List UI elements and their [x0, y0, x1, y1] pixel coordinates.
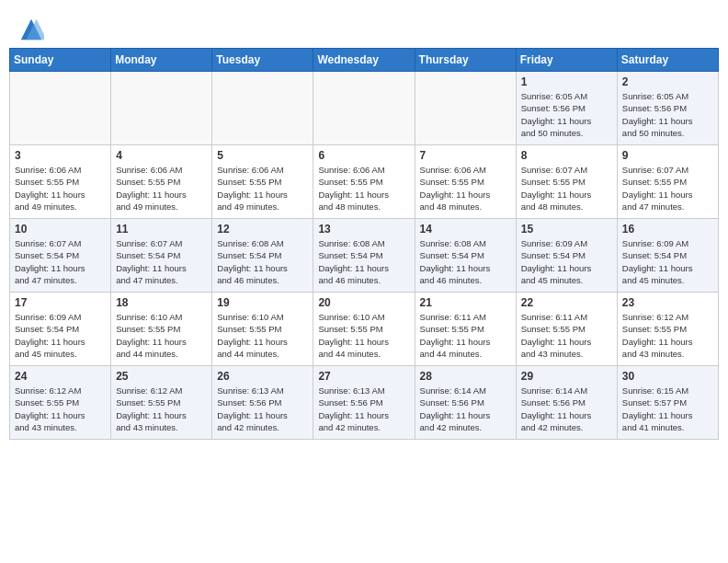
day-info: Sunrise: 6:10 AM Sunset: 5:55 PM Dayligh…	[116, 311, 207, 360]
day-cell: 17Sunrise: 6:09 AM Sunset: 5:54 PM Dayli…	[10, 293, 111, 366]
day-info: Sunrise: 6:06 AM Sunset: 5:55 PM Dayligh…	[15, 164, 106, 213]
day-info: Sunrise: 6:06 AM Sunset: 5:55 PM Dayligh…	[318, 164, 409, 213]
day-cell: 21Sunrise: 6:11 AM Sunset: 5:55 PM Dayli…	[415, 293, 516, 366]
header-cell-wednesday: Wednesday	[313, 49, 415, 72]
day-number: 7	[420, 149, 511, 162]
day-cell: 19Sunrise: 6:10 AM Sunset: 5:55 PM Dayli…	[212, 293, 313, 366]
day-info: Sunrise: 6:08 AM Sunset: 5:54 PM Dayligh…	[420, 237, 511, 286]
page-header	[9, 9, 719, 48]
day-info: Sunrise: 6:13 AM Sunset: 5:56 PM Dayligh…	[217, 385, 308, 433]
week-row-5: 24Sunrise: 6:12 AM Sunset: 5:55 PM Dayli…	[10, 366, 719, 440]
day-cell: 2Sunrise: 6:05 AM Sunset: 5:56 PM Daylig…	[617, 72, 718, 145]
calendar-table: SundayMondayTuesdayWednesdayThursdayFrid…	[9, 48, 719, 440]
day-number: 17	[15, 296, 106, 309]
day-cell: 24Sunrise: 6:12 AM Sunset: 5:55 PM Dayli…	[10, 366, 111, 440]
day-number: 27	[318, 370, 409, 383]
day-info: Sunrise: 6:06 AM Sunset: 5:55 PM Dayligh…	[116, 164, 207, 213]
day-cell: 1Sunrise: 6:05 AM Sunset: 5:56 PM Daylig…	[516, 72, 617, 145]
day-info: Sunrise: 6:14 AM Sunset: 5:56 PM Dayligh…	[420, 385, 511, 433]
day-info: Sunrise: 6:09 AM Sunset: 5:54 PM Dayligh…	[15, 311, 106, 360]
day-number: 30	[622, 370, 713, 383]
logo-icon	[18, 17, 44, 42]
day-number: 5	[217, 149, 308, 162]
day-cell: 8Sunrise: 6:07 AM Sunset: 5:55 PM Daylig…	[516, 145, 617, 219]
calendar-body: 1Sunrise: 6:05 AM Sunset: 5:56 PM Daylig…	[10, 72, 719, 440]
day-cell	[313, 72, 415, 145]
day-cell: 30Sunrise: 6:15 AM Sunset: 5:57 PM Dayli…	[617, 366, 718, 440]
day-number: 3	[15, 149, 106, 162]
header-cell-tuesday: Tuesday	[212, 49, 313, 72]
day-number: 24	[15, 370, 106, 383]
day-number: 19	[217, 296, 308, 309]
logo	[18, 17, 46, 42]
day-cell: 14Sunrise: 6:08 AM Sunset: 5:54 PM Dayli…	[415, 219, 516, 293]
day-info: Sunrise: 6:14 AM Sunset: 5:56 PM Dayligh…	[521, 385, 612, 433]
header-cell-friday: Friday	[516, 49, 617, 72]
day-number: 23	[622, 296, 713, 309]
day-cell: 27Sunrise: 6:13 AM Sunset: 5:56 PM Dayli…	[313, 366, 415, 440]
day-info: Sunrise: 6:12 AM Sunset: 5:55 PM Dayligh…	[116, 385, 207, 433]
day-info: Sunrise: 6:08 AM Sunset: 5:54 PM Dayligh…	[318, 237, 409, 286]
day-cell: 28Sunrise: 6:14 AM Sunset: 5:56 PM Dayli…	[415, 366, 516, 440]
day-number: 8	[521, 149, 612, 162]
day-cell: 23Sunrise: 6:12 AM Sunset: 5:55 PM Dayli…	[617, 293, 718, 366]
day-cell: 29Sunrise: 6:14 AM Sunset: 5:56 PM Dayli…	[516, 366, 617, 440]
day-number: 6	[318, 149, 409, 162]
day-cell: 12Sunrise: 6:08 AM Sunset: 5:54 PM Dayli…	[212, 219, 313, 293]
day-cell: 3Sunrise: 6:06 AM Sunset: 5:55 PM Daylig…	[10, 145, 111, 219]
day-number: 10	[15, 223, 106, 236]
day-number: 4	[116, 149, 207, 162]
day-number: 29	[521, 370, 612, 383]
day-info: Sunrise: 6:07 AM Sunset: 5:54 PM Dayligh…	[116, 237, 207, 286]
day-info: Sunrise: 6:12 AM Sunset: 5:55 PM Dayligh…	[622, 311, 713, 360]
day-cell: 18Sunrise: 6:10 AM Sunset: 5:55 PM Dayli…	[111, 293, 212, 366]
day-number: 21	[420, 296, 511, 309]
day-number: 26	[217, 370, 308, 383]
day-info: Sunrise: 6:05 AM Sunset: 5:56 PM Dayligh…	[622, 90, 713, 139]
day-number: 11	[116, 223, 207, 236]
day-cell: 25Sunrise: 6:12 AM Sunset: 5:55 PM Dayli…	[111, 366, 212, 440]
day-number: 16	[622, 223, 713, 236]
day-info: Sunrise: 6:12 AM Sunset: 5:55 PM Dayligh…	[15, 385, 106, 433]
day-info: Sunrise: 6:08 AM Sunset: 5:54 PM Dayligh…	[217, 237, 308, 286]
day-number: 28	[420, 370, 511, 383]
day-number: 1	[521, 75, 612, 88]
day-cell: 22Sunrise: 6:11 AM Sunset: 5:55 PM Dayli…	[516, 293, 617, 366]
day-cell: 6Sunrise: 6:06 AM Sunset: 5:55 PM Daylig…	[313, 145, 415, 219]
day-cell: 26Sunrise: 6:13 AM Sunset: 5:56 PM Dayli…	[212, 366, 313, 440]
header-cell-sunday: Sunday	[10, 49, 111, 72]
day-info: Sunrise: 6:06 AM Sunset: 5:55 PM Dayligh…	[217, 164, 308, 213]
day-number: 2	[622, 75, 713, 88]
day-cell: 20Sunrise: 6:10 AM Sunset: 5:55 PM Dayli…	[313, 293, 415, 366]
day-cell	[415, 72, 516, 145]
day-cell: 5Sunrise: 6:06 AM Sunset: 5:55 PM Daylig…	[212, 145, 313, 219]
day-info: Sunrise: 6:15 AM Sunset: 5:57 PM Dayligh…	[622, 385, 713, 433]
header-cell-monday: Monday	[111, 49, 212, 72]
day-number: 22	[521, 296, 612, 309]
day-info: Sunrise: 6:07 AM Sunset: 5:54 PM Dayligh…	[15, 237, 106, 286]
header-cell-saturday: Saturday	[617, 49, 718, 72]
week-row-3: 10Sunrise: 6:07 AM Sunset: 5:54 PM Dayli…	[10, 219, 719, 293]
week-row-4: 17Sunrise: 6:09 AM Sunset: 5:54 PM Dayli…	[10, 293, 719, 366]
day-info: Sunrise: 6:05 AM Sunset: 5:56 PM Dayligh…	[521, 90, 612, 139]
day-number: 13	[318, 223, 409, 236]
week-row-1: 1Sunrise: 6:05 AM Sunset: 5:56 PM Daylig…	[10, 72, 719, 145]
day-cell: 11Sunrise: 6:07 AM Sunset: 5:54 PM Dayli…	[111, 219, 212, 293]
day-cell: 16Sunrise: 6:09 AM Sunset: 5:54 PM Dayli…	[617, 219, 718, 293]
day-number: 20	[318, 296, 409, 309]
calendar-header: SundayMondayTuesdayWednesdayThursdayFrid…	[10, 49, 719, 72]
day-cell	[10, 72, 111, 145]
header-cell-thursday: Thursday	[415, 49, 516, 72]
header-row: SundayMondayTuesdayWednesdayThursdayFrid…	[10, 49, 719, 72]
day-info: Sunrise: 6:10 AM Sunset: 5:55 PM Dayligh…	[217, 311, 308, 360]
week-row-2: 3Sunrise: 6:06 AM Sunset: 5:55 PM Daylig…	[10, 145, 719, 219]
day-cell: 15Sunrise: 6:09 AM Sunset: 5:54 PM Dayli…	[516, 219, 617, 293]
day-cell: 4Sunrise: 6:06 AM Sunset: 5:55 PM Daylig…	[111, 145, 212, 219]
day-cell: 13Sunrise: 6:08 AM Sunset: 5:54 PM Dayli…	[313, 219, 415, 293]
day-info: Sunrise: 6:13 AM Sunset: 5:56 PM Dayligh…	[318, 385, 409, 433]
day-number: 12	[217, 223, 308, 236]
day-info: Sunrise: 6:09 AM Sunset: 5:54 PM Dayligh…	[622, 237, 713, 286]
day-info: Sunrise: 6:07 AM Sunset: 5:55 PM Dayligh…	[521, 164, 612, 213]
day-number: 9	[622, 149, 713, 162]
day-number: 15	[521, 223, 612, 236]
